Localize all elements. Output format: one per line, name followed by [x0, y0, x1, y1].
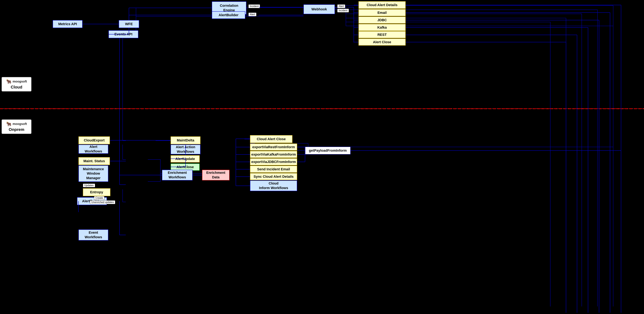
cloud-label: Cloud: [11, 85, 22, 90]
updates-badge: Updates: [83, 184, 95, 187]
event-workflows-node: EventWorkflows: [78, 230, 108, 241]
events-api-node: Events API: [108, 30, 138, 38]
cloud-export-node: CloudExport: [78, 136, 110, 144]
export-kafka-node: exportViaKafkaFromInform: [250, 151, 297, 158]
divider-line: [0, 108, 644, 109]
onprem-label: Onprem: [9, 127, 24, 132]
kafka-node: Kafka: [358, 24, 406, 31]
cloud-inform-workflows-node: CloudInform Workflows: [250, 180, 297, 191]
alertbuilder-top-node: AlertBuilder: [212, 11, 245, 19]
wfe-node: WFE: [119, 20, 139, 28]
alert-close-top-node: Alert Close: [358, 38, 406, 45]
cloud-alert-details-node: Cloud Alert Details: [358, 1, 406, 9]
alert-update-node: AlertUpdate: [170, 155, 200, 163]
rest-node: REST: [358, 31, 406, 38]
alert-webhook-badge: Alert: [337, 4, 345, 8]
metrics-api-node: Metrics API: [53, 20, 82, 28]
cloud-alert-close-node: Cloud Alert Close: [250, 135, 292, 143]
maint-status-node: Maint. Status: [78, 157, 110, 165]
moogsoft-cloud-logo: 🐂 moogsoft Cloud: [2, 77, 32, 91]
entropy-node: Entropy: [83, 188, 110, 196]
enrichment-workflows-node: EnrichmentWorkflows: [162, 170, 192, 180]
webhook-node: Webhook: [304, 4, 335, 14]
alert-workflows-node: AlertWorkflows: [78, 145, 108, 154]
sync-cloud-alert-details-node: Sync Cloud Alert Details: [250, 173, 297, 180]
incident-badge: Incident: [248, 4, 260, 8]
alert-action-workflows-node: Alert ActionWorkflows: [170, 145, 200, 154]
incident-webhook-badge: Incident: [337, 9, 349, 12]
maintenance-window-manager-node: MaintenanceWindowManager: [78, 165, 108, 182]
get-payload-from-inform-node: getPayloadFromInform: [305, 147, 350, 154]
moogsoft-onprem-logo: 🐂 moogsoft Onprem: [2, 119, 32, 134]
export-jdbc-node: exportViaJDBCFromInform: [250, 158, 297, 165]
export-rest-node: exportViaRestFromInform: [250, 143, 297, 151]
email-node: Email: [358, 9, 406, 16]
send-incident-email-node: Send Incident Email: [250, 166, 297, 173]
maint-delta-node: MaintDelta: [170, 136, 200, 144]
unenriched-badge: Unenriched updates: [90, 200, 115, 204]
create-badge: Create: [94, 196, 104, 200]
enrichment-data-node: EnrichmentData: [202, 170, 230, 180]
alert-badge-top: Alert: [248, 12, 256, 16]
jdbc-node: JDBC: [358, 16, 406, 23]
